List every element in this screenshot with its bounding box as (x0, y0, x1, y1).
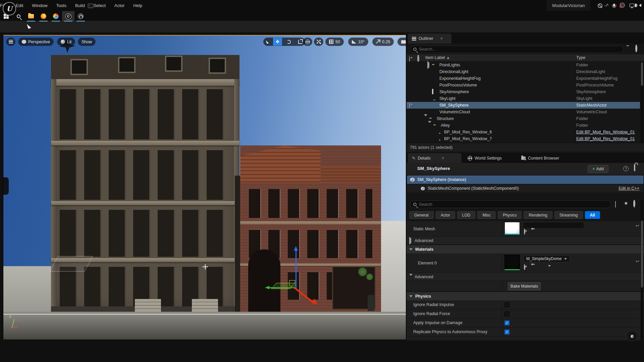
move-tool[interactable]: ✥ (273, 38, 282, 46)
component-row-instance[interactable]: SM_SkySphere (Instance) (407, 176, 643, 184)
visibility-eye-icon[interactable] (409, 103, 410, 108)
tray-expand-icon[interactable]: ^ (606, 3, 608, 8)
firefox-button[interactable] (37, 11, 50, 21)
outliner-row-selected[interactable]: SM_SkySphere StaticMeshActor (407, 102, 640, 109)
use-selected-icon[interactable] (524, 264, 525, 270)
details-scrollbar[interactable] (641, 200, 643, 341)
gear-icon[interactable] (633, 200, 635, 207)
menu-build[interactable]: Build (75, 3, 85, 8)
speaker-icon[interactable] (639, 4, 641, 7)
outliner-scrollbar[interactable] (641, 62, 643, 143)
checkbox-checked[interactable]: ✓ (504, 320, 509, 325)
expander-icon[interactable] (424, 114, 427, 121)
outliner-settings-button[interactable] (635, 46, 637, 51)
gizmo-z-axis[interactable] (296, 250, 297, 289)
bake-materials-button[interactable]: Bake Materials (508, 282, 541, 290)
edit-blueprint-link[interactable]: Edit BP_Mod_Res_Window_01 (576, 130, 635, 134)
outliner-search[interactable]: Search... (410, 46, 624, 53)
pin-column-icon[interactable] (417, 55, 419, 62)
scale-snap-control[interactable]: 0.25 (372, 38, 394, 46)
help-icon[interactable]: ? (623, 166, 629, 171)
favorites-icon[interactable]: ★ (624, 200, 628, 206)
outliner-row[interactable]: SkyLight SkyLight (407, 95, 640, 102)
level-viewport[interactable]: y Perspective Lit Show ✥ 50 (3, 35, 406, 340)
world-local-toggle[interactable] (303, 38, 312, 46)
column-item-label[interactable]: Item Label ▲ (425, 55, 450, 60)
outliner-row[interactable]: BP_Mod_Res_Window_6 Edit BP_Mod_Res_Wind… (407, 129, 640, 135)
close-icon[interactable]: × (442, 156, 444, 161)
filter-lod[interactable]: LOD (457, 211, 476, 219)
surface-snap-toggle[interactable] (314, 38, 323, 46)
outliner-row[interactable]: PostProcessVolume PostProcessVolume (407, 82, 640, 88)
filter-physics[interactable]: Physics (498, 211, 522, 219)
reset-property-icon[interactable]: ↩ (636, 259, 639, 264)
file-explorer-button[interactable] (25, 11, 37, 21)
close-icon[interactable]: × (440, 36, 443, 41)
obs-button[interactable] (74, 11, 87, 21)
rotate-tool[interactable] (284, 38, 293, 46)
menu-window[interactable]: Window (32, 3, 47, 8)
chrome-button[interactable] (50, 11, 62, 21)
details-search[interactable]: Search (410, 200, 611, 208)
outliner-row[interactable]: Structure Folder (407, 115, 640, 122)
microphone-icon[interactable] (613, 4, 615, 7)
rotation-snap-control[interactable]: 10° (348, 38, 368, 46)
expander-icon[interactable] (428, 121, 431, 128)
use-selected-icon[interactable] (524, 229, 525, 235)
show-dropdown[interactable]: Show (78, 38, 96, 46)
add-component-button[interactable]: +Add (588, 165, 608, 173)
network-icon[interactable] (630, 4, 634, 7)
viewport-menu-button[interactable] (6, 38, 15, 46)
gizmo-y-axis[interactable] (269, 287, 296, 288)
outliner-row[interactable]: PointLights Folder (407, 62, 640, 68)
filter-general[interactable]: General (409, 211, 434, 219)
filter-streaming[interactable]: Streaming (554, 211, 583, 219)
outliner-row[interactable]: ExponentialHeightFog ExponentialHeightFo… (407, 75, 640, 82)
column-type[interactable]: Type (576, 55, 585, 60)
reset-property-icon[interactable]: ↩ (636, 223, 639, 228)
lock-icon[interactable] (634, 164, 635, 171)
outliner-row[interactable]: VolumetricCloud VolumetricCloud (407, 109, 640, 115)
physics-section-header[interactable]: Physics (407, 292, 644, 300)
filter-actor[interactable]: Actor (436, 211, 455, 219)
checkbox-unchecked[interactable] (504, 302, 509, 307)
menu-edit[interactable]: Edit (16, 3, 23, 8)
camera-speed-control[interactable]: 4 (397, 38, 406, 46)
advanced-collapsed-row[interactable]: Advanced (407, 237, 644, 245)
filter-misc[interactable]: Misc (477, 211, 496, 219)
outliner-row[interactable]: SkyAtmosphere SkyAtmosphere (407, 88, 640, 95)
outliner-row[interactable]: Alley Folder (407, 122, 640, 129)
outliner-row[interactable]: DirectionalLight DirectionalLight (407, 68, 640, 75)
edit-blueprint-link[interactable]: Edit BP_Mod_Res_Window_01 (576, 136, 635, 141)
edit-in-cpp-link[interactable]: Edit in C++ (619, 186, 639, 191)
select-tool[interactable] (264, 38, 271, 46)
static-mesh-thumbnail[interactable] (504, 222, 520, 235)
display-mode-icon[interactable] (615, 201, 616, 207)
tab-world-settings[interactable]: World Settings (464, 153, 506, 163)
unreal-logo-icon[interactable]: U (3, 2, 16, 15)
light-sprite-icon[interactable] (203, 264, 208, 269)
outliner-row[interactable]: BP_Mod_Res_Window_7 Edit BP_Mod_Res_Wind… (407, 135, 640, 142)
component-row-mesh[interactable]: StaticMeshComponent (StaticMeshComponent… (407, 184, 643, 192)
menu-help[interactable]: Help (133, 3, 142, 8)
grid-snap-control[interactable]: 50 (325, 38, 344, 46)
lit-dropdown[interactable]: Lit (57, 38, 75, 46)
material-thumbnail[interactable] (504, 255, 520, 270)
perspective-dropdown[interactable]: Perspective (18, 38, 54, 46)
material-dropdown[interactable]: M_SimpleSkyDome (523, 255, 570, 262)
static-mesh-asset-picker[interactable] (523, 223, 584, 228)
filter-all[interactable]: All (585, 211, 600, 219)
tab-content-browser[interactable]: Content Browser (517, 153, 563, 163)
materials-section-header[interactable]: Materials (407, 245, 644, 253)
unreal-taskbar-button[interactable]: U (62, 11, 74, 21)
menu-tools[interactable]: Tools (56, 3, 66, 8)
chevron-down-icon[interactable] (548, 265, 551, 272)
menu-actor[interactable]: Actor (114, 3, 124, 8)
expander-icon[interactable] (427, 61, 429, 69)
tab-details[interactable]: ✎ Details × (408, 153, 462, 163)
checkbox-checked[interactable]: ✓ (504, 329, 509, 335)
gizmo-square-handle[interactable] (289, 280, 295, 286)
checkbox-unchecked[interactable] (504, 311, 509, 316)
outliner-tab[interactable]: Outliner × (408, 34, 451, 44)
menu-select[interactable]: Select (94, 3, 106, 8)
